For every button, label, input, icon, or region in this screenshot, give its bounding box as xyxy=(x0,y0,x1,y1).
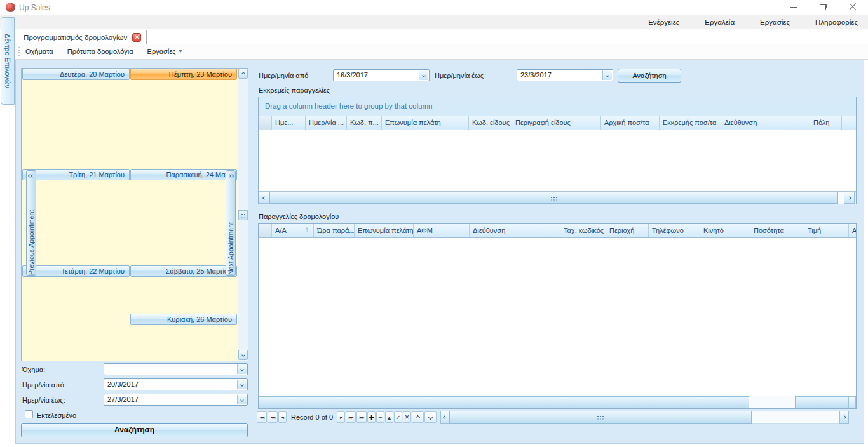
nav-first-button[interactable]: ◂◂ xyxy=(257,411,267,423)
column-header[interactable]: Περιγραφή είδους xyxy=(512,116,601,130)
nav-next-button[interactable]: ▸ xyxy=(337,411,345,423)
previous-appointment-button[interactable]: Previous Appointment xyxy=(26,170,36,276)
nav-cancel-edit-button[interactable]: × xyxy=(403,411,411,423)
nav-move-down-button[interactable] xyxy=(424,411,437,423)
toolbar-item-route-templates[interactable]: Πρότυπα δρομολόγια xyxy=(67,48,133,55)
hscroll-track[interactable] xyxy=(838,192,844,204)
next-appointment-label: Next Appointment xyxy=(227,179,234,275)
next-appointment-button[interactable]: Next Appointment xyxy=(226,170,236,276)
column-header[interactable]: Διεύθυνση xyxy=(721,116,810,130)
day-header-tuesday[interactable]: Τρίτη, 21 Μαρτίου xyxy=(22,169,130,180)
toolbar-grip-icon[interactable] xyxy=(18,47,20,57)
toolbar-item-tasks[interactable]: Εργασίες xyxy=(147,48,183,55)
hscroll-track[interactable] xyxy=(749,396,795,408)
toolbar-item-vehicles[interactable]: Οχήματα xyxy=(25,48,53,55)
day-cell-friday[interactable] xyxy=(130,180,238,265)
day-header-wednesday[interactable]: Τετάρτη, 22 Μαρτίου xyxy=(22,265,130,277)
column-header[interactable]: Περιοχή xyxy=(606,224,649,237)
day-header-saturday[interactable]: Σάββατο, 25 Μαρτίου xyxy=(130,265,237,277)
column-header[interactable]: Τηλέφωνο xyxy=(649,224,700,237)
hscroll-track[interactable] xyxy=(752,411,839,424)
maximize-button[interactable] xyxy=(812,0,834,14)
nav-prev-button[interactable]: ◂ xyxy=(278,411,287,423)
day-header-friday[interactable]: Παρασκευή, 24 Μαρτ xyxy=(130,169,237,180)
nav-add-button[interactable]: + xyxy=(367,411,376,423)
vehicle-dropdown-button[interactable] xyxy=(237,364,247,374)
day-cell-saturday[interactable] xyxy=(130,277,238,314)
nav-end-edit-button[interactable]: ✓ xyxy=(394,411,402,423)
day-cell-thursday[interactable] xyxy=(130,80,238,169)
previous-appointment-label: Previous Appointment xyxy=(27,179,35,275)
nav-next-page-button[interactable]: ▸▸ xyxy=(346,411,356,423)
column-header[interactable]: Ημε... xyxy=(272,116,306,130)
column-header-sorted[interactable]: Α/Α ⇧ xyxy=(272,224,314,237)
scroll-down-button[interactable] xyxy=(238,350,248,360)
date-from-dropdown-button[interactable] xyxy=(237,380,247,389)
splitter-grip[interactable] xyxy=(238,210,248,220)
filter-date-to-dropdown-button[interactable] xyxy=(602,70,612,80)
minimize-button[interactable] xyxy=(783,0,804,14)
menu-item-info[interactable]: Πληροφορίες xyxy=(815,18,858,26)
column-header[interactable]: Διεύθυνση xyxy=(470,224,560,237)
calendar-scrollbar[interactable] xyxy=(238,69,248,361)
column-header[interactable]: Κινητό xyxy=(700,224,750,237)
column-header[interactable]: Πόλη xyxy=(810,116,842,130)
nav-remove-button[interactable]: − xyxy=(376,411,384,423)
menu-item-tools[interactable]: Εργαλεία xyxy=(705,18,735,26)
executed-checkbox[interactable] xyxy=(25,410,33,418)
column-header[interactable]: Αξ xyxy=(849,224,856,237)
day-header-sunday[interactable]: Κυριακή, 26 Μαρτίου xyxy=(130,314,237,325)
column-header[interactable]: Ποσότητα xyxy=(750,224,804,237)
day-cell-sunday[interactable] xyxy=(130,325,238,361)
menu-item-actions[interactable]: Ενέργειες xyxy=(648,18,679,26)
hscroll-thumb[interactable] xyxy=(269,192,838,204)
menu-item-tasks[interactable]: Εργασίες xyxy=(760,18,790,26)
close-button[interactable] xyxy=(842,0,864,14)
hscroll-thumb[interactable] xyxy=(449,411,752,424)
column-header[interactable]: Κωδ. είδους xyxy=(469,116,512,130)
right-search-button[interactable]: Αναζήτηση xyxy=(618,69,681,83)
tab-route-scheduling[interactable]: Προγραμματισμός δρομολογίων xyxy=(17,30,147,44)
filter-date-from-combobox[interactable]: 16/3/2017 xyxy=(333,69,430,81)
nav-last-button[interactable]: ▸▸ xyxy=(356,411,367,423)
date-to-dropdown-button[interactable] xyxy=(237,395,247,404)
column-header[interactable]: Αρχική ποσ/τα xyxy=(601,116,660,130)
column-header[interactable]: Τιμή xyxy=(804,224,849,237)
scheduler-calendar: Δευτέρα, 20 Μαρτίου Πέμπτη, 23 Μαρτίου Τ… xyxy=(21,68,248,361)
column-header[interactable]: ΑΦΜ xyxy=(414,224,470,237)
left-search-button[interactable]: Αναζήτηση xyxy=(21,423,248,437)
vehicle-combobox[interactable] xyxy=(104,363,248,375)
nav-prev-page-button[interactable]: ◂◂ xyxy=(268,411,278,423)
scroll-left-button[interactable] xyxy=(440,411,449,424)
filter-date-to-combobox[interactable]: 23/3/2017 xyxy=(517,69,613,81)
day-cell-monday[interactable] xyxy=(22,80,130,169)
nav-edit-button[interactable]: ▴ xyxy=(385,411,393,423)
date-to-combobox[interactable]: 27/3/2017 xyxy=(104,394,248,406)
scroll-left-button[interactable] xyxy=(259,192,269,204)
day-header-thursday-selected[interactable]: Πέμπτη, 23 Μαρτίου xyxy=(130,69,237,80)
column-header[interactable]: Εκκρεμής ποσ/τα xyxy=(660,116,721,130)
hscroll-thumb[interactable] xyxy=(795,396,848,408)
scroll-corner-button[interactable] xyxy=(848,396,856,408)
day-cell-tuesday[interactable] xyxy=(22,180,130,265)
route-orders-hscrollbar[interactable] xyxy=(259,396,856,408)
column-header[interactable]: Ταχ. κωδικός xyxy=(560,224,606,237)
day-header-monday[interactable]: Δευτέρα, 20 Μαρτίου xyxy=(22,69,130,80)
scroll-right-button[interactable] xyxy=(844,192,855,204)
hscroll-thumb[interactable] xyxy=(259,396,749,408)
column-header[interactable]: Επωνυμία πελάτη xyxy=(355,224,414,237)
column-header[interactable]: Ημερ/νία ... xyxy=(306,116,347,130)
sidebar-tab-options-tree[interactable]: Δέντρο Επιλογών xyxy=(1,17,15,105)
filter-date-from-dropdown-button[interactable] xyxy=(419,70,428,80)
day-cell-wednesday[interactable] xyxy=(22,277,130,361)
tab-close-icon[interactable] xyxy=(132,33,141,42)
column-header[interactable]: Επωνυμία πελάτη xyxy=(382,116,469,130)
group-by-panel[interactable]: Drag a column header here to group by th… xyxy=(259,97,856,116)
column-header[interactable]: Ώρα παρά... xyxy=(314,224,355,237)
date-from-combobox[interactable]: 20/3/2017 xyxy=(104,378,248,390)
scroll-up-button[interactable] xyxy=(238,69,248,79)
column-header[interactable]: Κωδ. π... xyxy=(347,116,382,130)
scroll-right-button[interactable] xyxy=(839,411,849,424)
pending-orders-hscrollbar[interactable] xyxy=(259,191,856,204)
nav-move-up-button[interactable] xyxy=(412,411,424,423)
